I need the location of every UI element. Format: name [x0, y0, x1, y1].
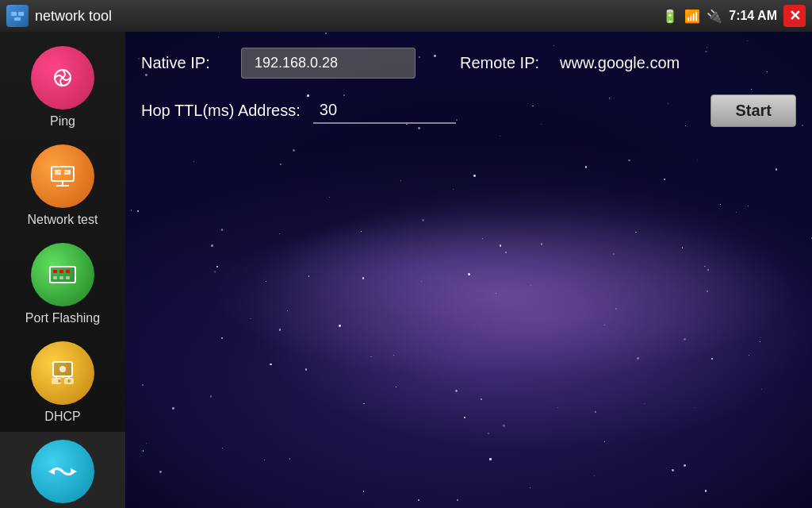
sidebar-item-network-test[interactable]: Network test	[0, 137, 125, 235]
svg-rect-17	[66, 276, 70, 279]
form-panel: Native IP: Remote IP: www.google.com Hop…	[141, 48, 796, 143]
main-layout: Ping Network test	[0, 32, 812, 508]
remote-ip-value: www.google.com	[560, 54, 680, 72]
svg-rect-14	[66, 270, 70, 273]
sidebar-item-dhcp[interactable]: DHCP	[0, 333, 125, 432]
svg-rect-15	[53, 276, 57, 279]
sidebar-item-ping[interactable]: Ping	[0, 38, 125, 137]
svg-rect-13	[59, 270, 63, 273]
sidebar-item-ping-label: Ping	[50, 114, 75, 129]
svg-rect-16	[59, 276, 63, 279]
sidebar-item-network-label: Network test	[28, 213, 98, 227]
sidebar-item-dhcp-label: DHCP	[44, 410, 80, 424]
content-area: Native IP: Remote IP: www.google.com Hop…	[125, 32, 812, 508]
ping-icon	[31, 46, 94, 110]
hop-ttl-input[interactable]	[313, 98, 456, 124]
sidebar-item-trace-route[interactable]: Trace Route	[0, 432, 125, 508]
svg-rect-11	[50, 267, 75, 283]
titlebar-left: network tool	[6, 5, 112, 27]
svg-rect-1	[18, 12, 24, 16]
hop-row: Hop TTL(ms) Address: Start	[141, 94, 796, 127]
svg-marker-29	[48, 468, 55, 475]
network-icon: 📶	[684, 9, 700, 24]
svg-point-26	[58, 379, 61, 383]
svg-rect-2	[14, 17, 21, 21]
time-display: 7:14 AM	[729, 9, 777, 23]
hop-ttl-label: Hop TTL(ms) Address:	[141, 102, 301, 120]
titlebar: network tool 🔋 📶 🔌 7:14 AM ✕	[0, 0, 812, 32]
sidebar: Ping Network test	[0, 32, 125, 508]
titlebar-right: 🔋 📶 🔌 7:14 AM ✕	[662, 5, 806, 27]
battery-icon: 🔋	[662, 9, 678, 24]
app-icon	[6, 5, 29, 27]
svg-marker-28	[71, 468, 77, 475]
native-ip-label: Native IP:	[141, 54, 228, 72]
native-ip-input[interactable]	[241, 48, 416, 79]
sidebar-item-port-label: Port Flashing	[25, 311, 100, 325]
trace-route-icon	[31, 440, 94, 503]
title-text: network tool	[35, 8, 112, 25]
start-button[interactable]: Start	[710, 94, 796, 127]
svg-rect-0	[11, 12, 17, 16]
sidebar-item-port-flashing[interactable]: Port Flashing	[0, 235, 125, 333]
charging-icon: 🔌	[707, 9, 722, 24]
port-flashing-icon	[31, 243, 94, 306]
remote-ip-label: Remote IP:	[460, 54, 547, 72]
ip-row: Native IP: Remote IP: www.google.com	[141, 48, 796, 79]
network-test-icon	[31, 144, 94, 208]
close-button[interactable]: ✕	[783, 5, 806, 27]
svg-rect-12	[53, 270, 57, 273]
svg-point-19	[59, 366, 66, 372]
dhcp-icon	[31, 341, 94, 405]
svg-point-27	[67, 379, 71, 383]
